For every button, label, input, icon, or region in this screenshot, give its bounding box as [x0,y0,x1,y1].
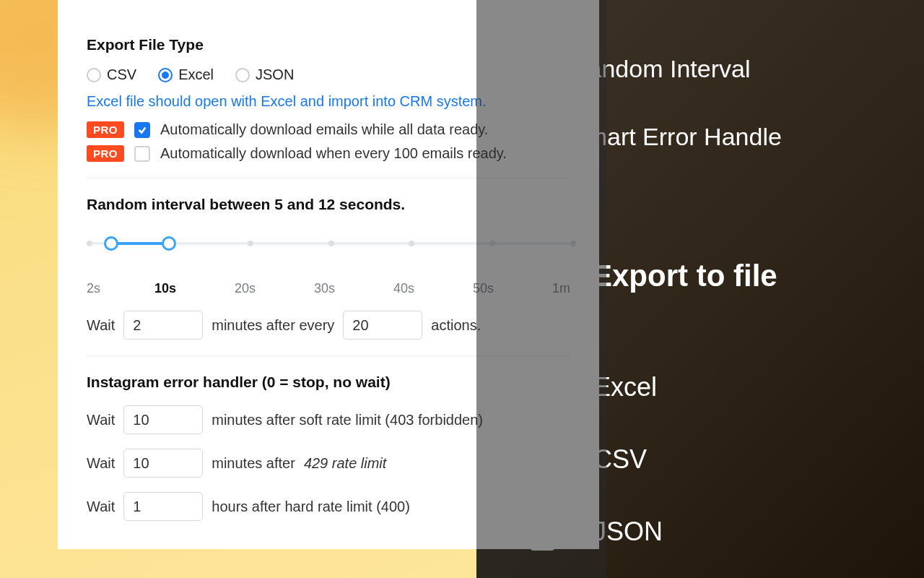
interval-slider[interactable] [87,233,570,255]
slider-ticks: 2s 10s 20s 30s 40s 50s 1m [87,281,570,296]
divider-2 [87,355,570,356]
err-429-text-b: 429 rate limit [304,455,387,472]
radio-circle-csv[interactable] [87,68,101,82]
wait-actions-row: Wait minutes after every actions. [87,311,570,340]
pro-badge-2: PRO [87,145,124,162]
radio-circle-json[interactable] [235,68,250,82]
wait-minutes-after-every: minutes after every [212,317,334,334]
wait-label: Wait [87,317,115,334]
radio-label-json: JSON [256,66,294,83]
export-excel-label: Excel [593,372,657,402]
export-to-file-title: Export to file [592,259,895,293]
err-soft-text: minutes after soft rate limit (403 forbi… [212,412,483,428]
pro-badge-1: PRO [87,121,124,138]
error-handler-section: Instagram error handler (0 = stop, no wa… [87,374,570,521]
export-type-radio-group: CSV Excel JSON [87,66,570,83]
wait-actions-input[interactable] [343,311,422,340]
err-row-429: Wait minutes after 429 rate limit [87,449,570,478]
wait-actions-label: actions. [431,317,481,334]
feature-smart-error-label: Smart Error Handle [570,123,782,151]
err-soft-input[interactable] [123,405,203,434]
radio-excel[interactable]: Excel [158,66,214,83]
err-hard-input[interactable] [123,492,203,521]
err-429-text-a: minutes after [212,455,295,472]
wait-minutes-input[interactable] [123,311,203,340]
checkbox-auto-every[interactable] [134,146,150,162]
radio-json[interactable]: JSON [235,66,294,83]
divider-1 [87,178,570,178]
radio-circle-excel[interactable] [158,68,173,82]
checkbox-auto-all[interactable] [134,122,150,138]
err-429-input[interactable] [123,449,203,478]
pro-label-auto-every: Automatically download when every 100 em… [160,145,507,162]
export-csv-label: CSV [593,444,647,475]
export-json-label: JSON [593,517,663,547]
export-file-type-title: Export File Type [87,36,570,53]
err-hard-text: hours after hard rate limit (400) [212,499,410,515]
pro-label-auto-all: Automatically download emails while all … [160,121,488,138]
interval-title: Random interval between 5 and 12 seconds… [87,196,570,213]
pro-row-auto-every: PRO Automatically download when every 10… [87,145,570,162]
radio-label-csv: CSV [107,66,136,83]
excel-hint: Excel file should open with Excel and im… [87,93,570,110]
err-row-hard: Wait hours after hard rate limit (400) [87,492,570,521]
slider-handle-min[interactable] [104,236,118,251]
error-handler-title: Instagram error handler (0 = stop, no wa… [87,374,570,391]
settings-card: Export File Type CSV Excel JSON Excel fi… [58,0,599,549]
left-pane: Export File Type CSV Excel JSON Excel fi… [0,0,476,578]
err-row-soft: Wait minutes after soft rate limit (403 … [87,405,570,434]
radio-csv[interactable]: CSV [87,66,136,83]
slider-handle-max[interactable] [162,236,176,251]
radio-label-excel: Excel [178,66,214,83]
pro-row-auto-all: PRO Automatically download emails while … [87,121,570,138]
